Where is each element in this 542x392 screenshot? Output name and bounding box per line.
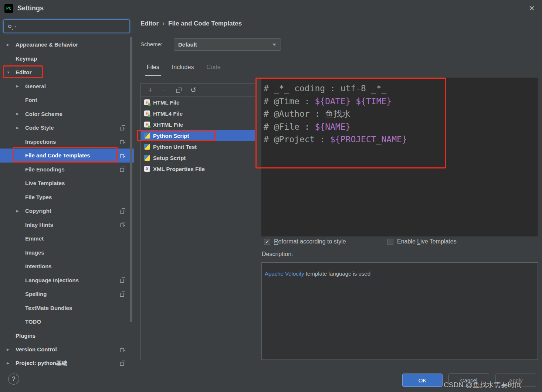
xml-file-icon xyxy=(144,166,150,172)
sidebar-item-language-injections[interactable]: Language Injections xyxy=(0,273,134,287)
copy-icon[interactable] xyxy=(120,125,125,130)
sidebar-item-label: General xyxy=(25,83,46,89)
chevron-right-icon[interactable]: ▶ xyxy=(16,126,25,130)
html-file-icon xyxy=(144,110,150,116)
sidebar-item-version-control[interactable]: ▶Version Control xyxy=(0,342,134,357)
window-title: Settings xyxy=(17,4,44,12)
help-icon[interactable]: ? xyxy=(8,374,19,385)
sidebar-item-label: File and Code Templates xyxy=(25,152,90,158)
list-item-xhtml-file[interactable]: XHTML File xyxy=(141,119,255,130)
copy-icon[interactable] xyxy=(120,208,125,214)
reformat-label: Reformat according to style xyxy=(274,238,346,245)
tabs-separator-line xyxy=(140,76,538,76)
sidebar-item-inlay-hints[interactable]: Inlay Hints xyxy=(0,218,134,232)
chevron-down-icon xyxy=(272,44,276,46)
sidebar-item-file-encodings[interactable]: File Encodings xyxy=(0,163,134,177)
sidebar-item-inspections[interactable]: Inspections xyxy=(0,135,134,149)
sidebar-item-label: Plugins xyxy=(16,333,35,339)
template-code-editor[interactable]: # _*_ coding : utf-8 _*_# @Time : ${DATE… xyxy=(261,78,538,236)
sidebar-item-appearance-behavior[interactable]: ▶Appearance & Behavior xyxy=(0,38,134,52)
description-splitter xyxy=(265,265,535,265)
code-line: # _*_ coding : utf-8 _*_ xyxy=(264,82,538,95)
tab-files[interactable]: Files xyxy=(144,64,162,76)
search-input[interactable]: ▾ xyxy=(3,19,130,33)
sidebar-item-label: Code Style xyxy=(25,125,54,131)
list-item-xml-properties-file[interactable]: XML Properties File xyxy=(141,163,255,174)
chevron-right-icon[interactable]: ▶ xyxy=(16,112,25,116)
sidebar-item-label: Color Scheme xyxy=(25,111,62,117)
sidebar-item-label: Intentions xyxy=(25,263,52,269)
sidebar-item-project-python[interactable]: ▶Project: python基础 xyxy=(0,357,134,366)
sidebar-item-color-scheme[interactable]: ▶Color Scheme xyxy=(0,107,134,121)
sidebar-item-todo[interactable]: TODO xyxy=(0,315,134,329)
sidebar-scrollbar[interactable] xyxy=(130,37,132,322)
copy-icon[interactable] xyxy=(120,167,125,172)
sidebar-item-emmet[interactable]: Emmet xyxy=(0,232,134,246)
copy-icon[interactable] xyxy=(120,222,125,227)
sidebar-item-spelling[interactable]: Spelling xyxy=(0,287,134,301)
live-templates-checkbox[interactable]: ✓ xyxy=(387,239,393,245)
code-line: # @Project : ${PROJECT_NAME} xyxy=(264,133,538,146)
sidebar-item-font[interactable]: Font xyxy=(0,93,134,107)
reformat-checkbox[interactable]: ✓ xyxy=(264,239,270,245)
sidebar-item-editor[interactable]: ▼Editor xyxy=(0,65,134,79)
description-label: Description: xyxy=(262,251,293,258)
tab-includes[interactable]: Includes xyxy=(169,64,197,76)
chevron-down-icon[interactable]: ▼ xyxy=(7,71,16,74)
chevron-right-icon[interactable]: ▶ xyxy=(16,84,25,88)
list-item-label: HTML File xyxy=(153,99,179,106)
tab-code[interactable]: Code xyxy=(203,64,223,76)
sidebar-item-intentions[interactable]: Intentions xyxy=(0,259,134,273)
sidebar-item-copyright[interactable]: ▶Copyright xyxy=(0,204,134,218)
chevron-right-icon[interactable]: ▶ xyxy=(7,43,16,47)
list-item-label: HTML4 File xyxy=(153,110,183,117)
reset-icon[interactable]: ↺ xyxy=(189,85,198,95)
sidebar-item-label: Editor xyxy=(16,69,31,75)
apache-velocity-link[interactable]: Apache Velocity xyxy=(265,270,304,277)
sidebar-item-images[interactable]: Images xyxy=(0,246,134,260)
list-item-html-file[interactable]: HTML File xyxy=(141,97,255,108)
python-file-icon xyxy=(144,133,150,139)
copy-icon[interactable] xyxy=(120,361,125,366)
sidebar-item-textmate-bundles[interactable]: TextMate Bundles xyxy=(0,301,134,315)
sidebar-item-label: TextMate Bundles xyxy=(25,305,72,311)
copy-icon[interactable] xyxy=(120,292,125,297)
chevron-right-icon[interactable]: ▶ xyxy=(7,361,16,365)
sidebar-item-general[interactable]: ▶General xyxy=(0,79,134,93)
copy-icon[interactable] xyxy=(174,85,184,95)
sidebar-item-label: Spelling xyxy=(25,291,47,297)
list-item-python-script[interactable]: Python Script xyxy=(141,130,255,141)
copy-icon[interactable] xyxy=(120,139,125,144)
sidebar-item-file-and-code-templates[interactable]: File and Code Templates xyxy=(0,149,134,163)
sidebar-item-live-templates[interactable]: Live Templates xyxy=(0,176,134,190)
list-item-label: Python Unit Test xyxy=(153,144,197,150)
check-icon: ✓ xyxy=(265,239,269,245)
sidebar-item-plugins[interactable]: Plugins xyxy=(0,329,134,343)
close-icon[interactable]: × xyxy=(529,2,535,14)
watermark-text: CSDN @鱼找水需要时间 xyxy=(444,380,522,390)
template-tabs: Files Includes Code xyxy=(144,59,224,76)
breadcrumb-editor[interactable]: Editor xyxy=(140,20,159,27)
list-item-setup-script[interactable]: Setup Script xyxy=(141,152,255,163)
sidebar-item-code-style[interactable]: ▶Code Style xyxy=(0,121,134,135)
python-file-icon xyxy=(144,144,150,150)
breadcrumb: Editor › File and Code Templates xyxy=(140,20,242,27)
sidebar-item-label: Language Injections xyxy=(25,277,79,283)
chevron-right-icon[interactable]: ▶ xyxy=(7,348,16,351)
html-file-icon xyxy=(144,122,150,127)
sidebar-item-label: File Encodings xyxy=(25,166,65,173)
search-options-caret-icon[interactable]: ▾ xyxy=(14,25,16,28)
ok-button[interactable]: OK xyxy=(402,374,443,387)
copy-icon[interactable] xyxy=(120,153,125,158)
scheme-dropdown[interactable]: Default xyxy=(174,38,281,51)
chevron-right-icon[interactable]: ▶ xyxy=(16,209,25,213)
copy-icon[interactable] xyxy=(120,277,125,283)
copy-icon[interactable] xyxy=(120,347,125,352)
code-line: # @Time : ${DATE} ${TIME} xyxy=(264,95,538,108)
list-item-html4-file[interactable]: HTML4 File xyxy=(141,108,255,119)
sidebar-item-keymap[interactable]: Keymap xyxy=(0,52,134,66)
list-item-python-unit-test[interactable]: Python Unit Test xyxy=(141,141,255,152)
add-icon[interactable]: + xyxy=(145,85,155,95)
sidebar-item-file-types[interactable]: File Types xyxy=(0,190,134,204)
list-item-label: Python Script xyxy=(153,133,189,139)
